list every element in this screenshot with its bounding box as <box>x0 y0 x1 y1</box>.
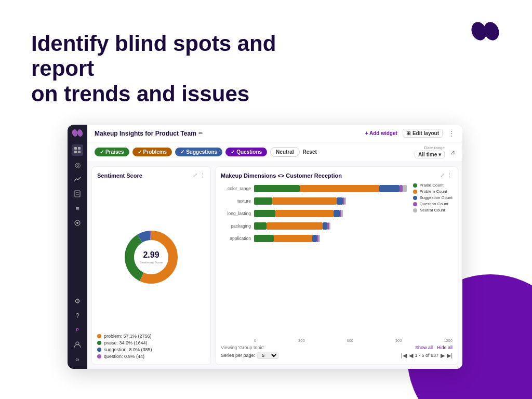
filter-bar: ✓Praises ✓Problems ✓Suggestions ✓Questio… <box>87 142 462 162</box>
show-hide-links: Show all Hide all <box>415 345 453 350</box>
show-all-link[interactable]: Show all <box>415 345 433 350</box>
bar-segment <box>334 210 340 217</box>
chart-with-legend: color_rangetexturelong_lastingpackaginga… <box>221 183 453 337</box>
bar-segment <box>337 197 343 205</box>
prev-page-button[interactable]: ◀ <box>409 352 413 359</box>
problem-dot <box>97 334 101 338</box>
filter-chip-questions[interactable]: ✓Questions <box>225 148 267 156</box>
bar-legend-problem: Problem Count <box>413 189 453 194</box>
svg-rect-7 <box>78 151 81 153</box>
sidebar-item-docs[interactable] <box>72 188 83 200</box>
sidebar-item-expand[interactable]: » <box>72 353 83 365</box>
bar-segment <box>272 197 337 205</box>
sentiment-panel: Sentiment Score ⤢ ⋮ <box>91 166 211 365</box>
hero-section: Identify blind spots and report on trend… <box>31 31 322 107</box>
bar-expand-icon[interactable]: ⤢ <box>440 172 445 179</box>
bar-track <box>254 185 407 192</box>
sidebar-item-trends[interactable] <box>72 174 83 185</box>
sidebar-logo <box>72 129 83 137</box>
legend-problem: problem: 57.1% (2756) <box>97 334 205 339</box>
series-per-page-select[interactable]: 5 10 <box>257 352 278 359</box>
svg-rect-4 <box>74 147 77 150</box>
svg-point-2 <box>72 129 78 137</box>
date-range-section: Date range All time ▾ <box>415 145 445 158</box>
filter-chip-suggestions[interactable]: ✓Suggestions <box>175 148 222 156</box>
edit-layout-button[interactable]: ⊞Edit layout <box>403 129 443 138</box>
hide-all-link[interactable]: Hide all <box>437 345 453 350</box>
bar-panel-pagination: Series per page: 5 10 |◀ ◀ 1 - 5 of 637 … <box>221 352 453 359</box>
filter-icon[interactable]: ⊿ <box>450 149 455 156</box>
main-content: Makeup Insights for Product Team ✏ + Add… <box>87 125 462 369</box>
sidebar: ◎ ≡ ⚙ ? P <box>68 125 87 369</box>
svg-text:Sentiment Score: Sentiment Score <box>140 261 163 264</box>
bar-track <box>254 210 407 217</box>
sidebar-item-product[interactable]: P <box>72 324 83 336</box>
bar-segment <box>254 235 274 242</box>
bar-row: long_lasting <box>221 208 407 219</box>
dashboard: ◎ ≡ ⚙ ? P <box>68 125 462 369</box>
sidebar-item-list[interactable]: ≡ <box>72 203 83 214</box>
sidebar-bottom: ⚙ ? P » <box>72 295 83 365</box>
sentiment-panel-header: Sentiment Score ⤢ ⋮ <box>97 172 205 179</box>
sidebar-item-dashboard[interactable] <box>72 144 83 156</box>
svg-rect-5 <box>78 147 81 150</box>
pagination: |◀ ◀ 1 - 5 of 637 ▶ ▶| <box>401 352 453 359</box>
reset-button[interactable]: Reset <box>303 149 317 155</box>
legend-suggestion: suggestion: 8.0% (385) <box>97 347 205 352</box>
bar-segment <box>400 185 403 192</box>
filter-chip-problems[interactable]: ✓Problems <box>132 148 172 156</box>
hero-title: Identify blind spots and report on trend… <box>31 31 322 107</box>
bar-segment <box>318 235 320 242</box>
sidebar-item-help[interactable]: ? <box>72 310 83 321</box>
bar-row: application <box>221 233 407 244</box>
topbar-actions: + Add widget ⊞Edit layout ⋮ <box>365 129 455 138</box>
sidebar-item-target[interactable]: ◎ <box>72 159 83 170</box>
bar-segment <box>254 185 300 192</box>
add-widget-button[interactable]: + Add widget <box>365 130 397 136</box>
panels-row: Sentiment Score ⤢ ⋮ <box>87 162 462 369</box>
bar-suggestion-dot <box>413 196 417 200</box>
bar-panel-icons: ⤢ ⋮ <box>440 172 453 179</box>
more-options-button[interactable]: ⋮ <box>448 129 455 138</box>
edit-title-pencil[interactable]: ✏ <box>198 130 203 136</box>
svg-rect-6 <box>74 151 77 153</box>
date-range-select[interactable]: All time ▾ <box>415 151 445 158</box>
svg-point-12 <box>76 222 78 224</box>
bar-legend-praise: Praise Count <box>413 183 453 188</box>
bar-more-icon[interactable]: ⋮ <box>447 172 453 179</box>
sidebar-item-user[interactable] <box>72 339 83 350</box>
bar-row: packaging <box>221 220 407 232</box>
bar-segment <box>344 197 346 205</box>
bar-row: color_range <box>221 183 407 194</box>
bar-track <box>254 235 407 242</box>
sidebar-item-settings[interactable]: ⚙ <box>72 295 83 307</box>
bar-segment <box>312 235 317 242</box>
filter-chip-praises[interactable]: ✓Praises <box>95 148 129 156</box>
dashboard-title: Makeup Insights for Product Team ✏ <box>95 130 361 137</box>
expand-icon[interactable]: ⤢ <box>193 172 197 179</box>
sidebar-item-circle[interactable] <box>72 217 83 229</box>
donut-chart: 2.99 Sentiment Score <box>97 185 205 329</box>
svg-rect-8 <box>75 191 80 197</box>
bar-segment <box>254 210 275 217</box>
bar-legend-suggestion: Suggestion Count <box>413 195 453 200</box>
next-page-button[interactable]: ▶ <box>441 352 445 359</box>
filter-chip-neutral[interactable]: Neutral <box>270 147 299 157</box>
bar-row: texture <box>221 195 407 207</box>
bar-segment <box>403 185 407 192</box>
bar-row-label: long_lasting <box>221 211 251 216</box>
last-page-button[interactable]: ▶| <box>447 352 453 359</box>
bar-row-label: application <box>221 236 251 241</box>
first-page-button[interactable]: |◀ <box>401 352 407 359</box>
bar-praise-dot <box>413 183 417 188</box>
bar-row-label: texture <box>221 198 251 204</box>
bar-segment <box>329 222 330 230</box>
legend-question: question: 0.9% (44) <box>97 354 205 359</box>
x-axis: 0 300 600 900 1200 <box>254 337 453 343</box>
sentiment-more-icon[interactable]: ⋮ <box>200 172 205 179</box>
bar-chart-panel: Makeup Dimensions <> Customer Reception … <box>215 166 458 365</box>
bar-chart-legend: Praise Count Problem Count Suggestion Co… <box>413 183 453 337</box>
bar-segment <box>341 210 343 217</box>
bar-neutral-dot <box>413 208 417 212</box>
svg-text:2.99: 2.99 <box>143 250 159 259</box>
